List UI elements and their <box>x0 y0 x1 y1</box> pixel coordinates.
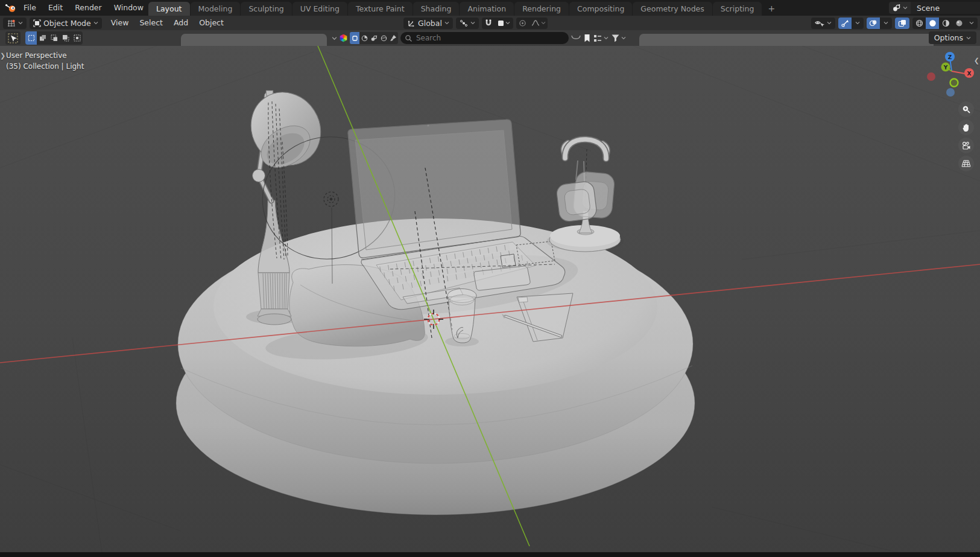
camera-view-button[interactable] <box>958 138 974 153</box>
search-input[interactable] <box>400 32 569 44</box>
filter-world-button[interactable] <box>379 32 388 44</box>
show-overlays-button[interactable] <box>867 18 880 29</box>
tab-compositing[interactable]: Compositing <box>569 2 632 16</box>
blend-data-icon[interactable] <box>340 34 347 42</box>
filter-dropdown[interactable] <box>611 34 626 42</box>
select-extend-icon <box>39 34 46 42</box>
svg-text:Y: Y <box>943 65 948 71</box>
pivot-icon <box>460 19 468 27</box>
zoom-button[interactable] <box>958 101 974 117</box>
menu-window[interactable]: Window <box>108 0 150 16</box>
chevron-down-icon <box>966 36 971 40</box>
tab-sculpting[interactable]: Sculpting <box>241 2 291 16</box>
xray-toggle-button[interactable] <box>895 18 909 29</box>
chevron-down-icon <box>505 21 510 25</box>
select-subtract-button[interactable] <box>48 31 60 45</box>
snap-increment-icon <box>498 20 504 27</box>
orientation-dropdown[interactable]: Global <box>403 18 453 29</box>
tweak-cursor-icon <box>8 33 18 43</box>
menu-file[interactable]: File <box>17 0 42 16</box>
view-perspective-label: User Perspective <box>6 50 84 61</box>
shading-rendered-button[interactable] <box>952 18 966 29</box>
menu-edit[interactable]: Edit <box>42 0 69 16</box>
snap-target-dropdown[interactable] <box>495 18 513 29</box>
chevron-down-icon <box>541 21 546 25</box>
menu-render[interactable]: Render <box>69 0 108 16</box>
proportional-circle-icon <box>519 19 526 27</box>
blender-window: File Edit Render Window Help Layout Mode… <box>0 0 980 557</box>
chevron-down-icon <box>444 21 449 25</box>
options-dropdown[interactable]: Options <box>929 31 976 44</box>
select-invert-button[interactable] <box>60 31 71 45</box>
toolbar-toggle-chevron[interactable]: ❯ <box>0 52 5 60</box>
display-mode-icon <box>593 34 602 42</box>
xray-icon <box>898 19 906 27</box>
proportional-edit-button[interactable] <box>516 18 530 29</box>
tab-layout[interactable]: Layout <box>148 2 190 16</box>
navigation-gizmo[interactable]: Y Z X <box>922 49 980 104</box>
shading-dropdown[interactable] <box>966 18 978 29</box>
proportional-falloff-dropdown[interactable] <box>530 18 548 29</box>
filter-material-button[interactable] <box>359 32 369 44</box>
menu-select[interactable]: Select <box>134 16 168 30</box>
gizmos-dropdown[interactable] <box>852 18 864 29</box>
chevron-down-icon <box>884 21 888 25</box>
select-intersect-button[interactable] <box>71 31 83 45</box>
axis-neg-z-handle[interactable] <box>946 88 955 97</box>
axis-neg-y-handle[interactable] <box>950 79 958 87</box>
tab-scripting[interactable]: Scripting <box>713 2 762 16</box>
workspace-tabs: Layout Modeling Sculpting UV Editing Tex… <box>148 2 780 16</box>
object-visibility-dropdown[interactable] <box>811 18 835 29</box>
select-extend-button[interactable] <box>37 31 48 45</box>
overlays-dropdown[interactable] <box>880 18 892 29</box>
bookmark-icon[interactable] <box>583 34 591 43</box>
menu-add[interactable]: Add <box>168 16 194 30</box>
shading-solid-button[interactable] <box>926 18 939 29</box>
scene-browse-button[interactable] <box>889 2 911 14</box>
shading-material-button[interactable] <box>939 18 952 29</box>
scene-name-field[interactable]: Scene <box>911 2 980 14</box>
active-tool-tweak-button[interactable] <box>5 31 21 45</box>
collapse-chevron-icon[interactable] <box>332 36 337 40</box>
object-mode-icon <box>33 19 41 27</box>
tab-rendering[interactable]: Rendering <box>514 2 569 16</box>
add-workspace-button[interactable]: + <box>762 2 780 16</box>
chevron-down-icon <box>93 21 98 25</box>
display-mode-dropdown[interactable] <box>593 34 609 42</box>
chevron-down-icon <box>604 36 609 40</box>
snap-toggle-button[interactable] <box>482 18 495 29</box>
mode-dropdown[interactable]: Object Mode <box>30 18 102 29</box>
tab-animation[interactable]: Animation <box>460 2 514 16</box>
axis-neg-x-handle[interactable] <box>927 72 935 81</box>
tab-uv-editing[interactable]: UV Editing <box>292 2 347 16</box>
select-set-icon <box>28 34 35 42</box>
shading-wireframe-button[interactable] <box>912 18 926 29</box>
menu-object[interactable]: Object <box>194 16 229 30</box>
tab-modeling[interactable]: Modeling <box>191 2 241 16</box>
show-gizmos-button[interactable] <box>838 18 852 29</box>
filter-object-button[interactable] <box>350 32 359 44</box>
filter-brush-button[interactable] <box>388 32 398 44</box>
pan-button[interactable] <box>958 119 974 135</box>
menu-view[interactable]: View <box>106 16 134 30</box>
falloff-smooth-icon[interactable] <box>571 34 581 42</box>
topbar: File Edit Render Window Help Layout Mode… <box>0 0 980 16</box>
tool-settings-bar: Options <box>0 30 980 46</box>
blender-logo-icon[interactable] <box>4 2 17 13</box>
proportional-edit-controls <box>516 18 548 29</box>
editor-type-button[interactable] <box>3 18 27 29</box>
chevron-down-icon <box>969 21 974 25</box>
tab-geometry-nodes[interactable]: Geometry Nodes <box>633 2 712 16</box>
orientation-axes-icon <box>407 19 416 27</box>
snapping-controls <box>482 18 513 29</box>
chevron-down-icon <box>470 21 475 25</box>
chevron-down-icon <box>855 21 860 25</box>
select-set-button[interactable] <box>25 31 37 45</box>
tab-texture-paint[interactable]: Texture Paint <box>348 2 413 16</box>
pivot-point-dropdown[interactable] <box>456 18 479 29</box>
editor-3d-viewport-icon <box>7 19 16 27</box>
filter-scene-button[interactable] <box>369 32 379 44</box>
brush-filter-icon <box>390 34 397 42</box>
tab-shading[interactable]: Shading <box>413 2 460 16</box>
toggle-ortho-button[interactable] <box>958 156 974 171</box>
